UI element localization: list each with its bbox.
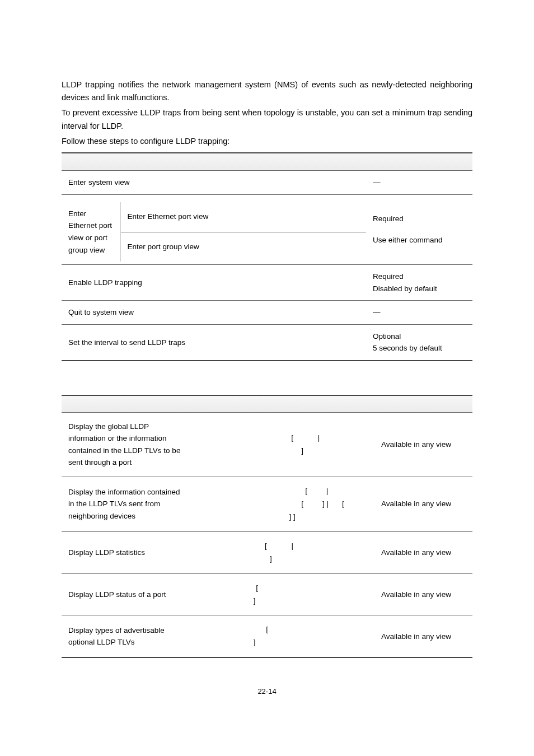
header-todo [62, 153, 224, 171]
cell-todo: Display types of advertisable optional L… [62, 615, 188, 657]
cell-description: Required Use either command [366, 195, 472, 265]
cell-description: — [366, 301, 472, 325]
table-row: Set the interval to send LLDP traps Opti… [62, 324, 472, 361]
cell-description: Available in any view [374, 573, 472, 615]
cell-todo: Display LLDP status of a port [62, 573, 188, 615]
table-row: Quit to system view — [62, 301, 472, 325]
cell-description: Available in any view [374, 477, 472, 531]
cell-todo-nested: Enter Ethernet port view or port group v… [62, 195, 224, 265]
cell-todo: Display LLDP statistics [62, 531, 188, 573]
cell-description: — [366, 171, 472, 195]
table-row: Display the information contained in the… [62, 477, 472, 531]
cell-command: display lldp local-information [ global … [188, 412, 374, 477]
steps-lead-in: Follow these steps to configure LLDP tra… [62, 135, 472, 148]
cell-todo: Quit to system view [62, 301, 224, 325]
cell-todo: Enter system view [62, 171, 224, 195]
header-command [224, 153, 366, 171]
table-row: Display types of advertisable optional L… [62, 615, 472, 657]
cell-command: display lldp tlv-config [ interface inte… [188, 615, 374, 657]
cell-todo: Display the information contained in the… [62, 477, 188, 531]
header-description [374, 395, 472, 412]
cell-todo-outer: Enter Ethernet port view or port group v… [62, 202, 120, 262]
cell-todo: Set the interval to send LLDP traps [62, 324, 224, 361]
intro-paragraph-1: LLDP trapping notifies the network manag… [62, 78, 472, 104]
cell-command: display lldp status [ interface interfac… [188, 573, 374, 615]
cell-sub-ethernet-port-view: Enter Ethernet port view [120, 202, 224, 232]
cell-command: display lldp neighbor-information [ brie… [188, 477, 374, 531]
table-row: Enter Ethernet port view or port group v… [62, 195, 472, 265]
cell-command [224, 171, 366, 195]
table-header-row [62, 153, 472, 171]
table-row: Display LLDP status of a port display ll… [62, 573, 472, 615]
header-description [366, 153, 472, 171]
cell-command [224, 265, 366, 301]
cell-todo: Enable LLDP trapping [62, 265, 224, 301]
table-row: Display the global LLDP information or t… [62, 412, 472, 477]
table-header-row [62, 395, 472, 412]
cell-description: Available in any view [374, 531, 472, 573]
table-row: Enable LLDP trapping Required Disabled b… [62, 265, 472, 301]
table-row: Display LLDP statistics display lldp sta… [62, 531, 472, 573]
config-lldp-trapping-table: Enter system view — Enter Ethernet port … [62, 152, 472, 361]
cell-todo: Display the global LLDP information or t… [62, 412, 188, 477]
table-row: Enter system view — [62, 171, 472, 195]
cell-description: Required Disabled by default [366, 265, 472, 301]
cell-description: Available in any view [374, 615, 472, 657]
cell-command [224, 195, 366, 265]
intro-paragraph-2: To prevent excessive LLDP traps from bei… [62, 106, 472, 132]
display-lldp-table: Display the global LLDP information or t… [62, 395, 472, 658]
cell-description: Optional 5 seconds by default [366, 324, 472, 361]
cell-command [224, 324, 366, 361]
cell-command [224, 301, 366, 325]
header-todo [62, 395, 188, 412]
cell-description: Available in any view [374, 412, 472, 477]
page-number: 22-14 [62, 686, 472, 698]
cell-sub-port-group-view: Enter port group view [120, 232, 224, 262]
cell-command: display lldp statistics [ global | inter… [188, 531, 374, 573]
header-command [188, 395, 374, 412]
